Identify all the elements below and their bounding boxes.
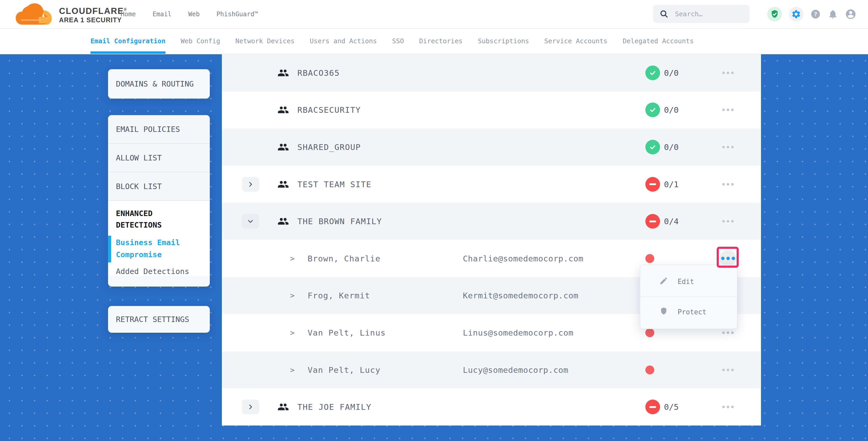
- click-target-annotation: [717, 247, 739, 268]
- row-menu-button[interactable]: [720, 139, 736, 155]
- member-email: Kermit@somedemocorp.com: [463, 291, 579, 300]
- group-name: THE JOE FAMILY: [298, 402, 371, 412]
- dot-glyph: [731, 146, 734, 148]
- group-icon: [277, 104, 289, 116]
- member-chevron-icon[interactable]: >: [290, 366, 294, 374]
- sidebar-item-added-detections[interactable]: Added Detections: [116, 267, 202, 276]
- group-name: TEST TEAM SITE: [298, 180, 371, 189]
- tab-sso[interactable]: SSO: [392, 28, 404, 54]
- dot-glyph: [731, 183, 734, 186]
- row-menu-button[interactable]: [720, 101, 736, 118]
- dot-glyph: [722, 183, 725, 186]
- primary-nav-link-web[interactable]: Web: [188, 10, 199, 18]
- brand-text: CLOUDFLARE® AREA 1 SECURITY: [59, 4, 127, 24]
- dot-glyph: [731, 71, 734, 74]
- tab-web-config[interactable]: Web Config: [181, 28, 220, 54]
- group-icon: [277, 216, 289, 227]
- table-row: TEST TEAM SITE0/1: [222, 166, 761, 203]
- tab-delegated-accounts[interactable]: Delegated Accounts: [623, 28, 693, 54]
- row-context-menu: EditProtect: [640, 264, 737, 329]
- row-menu-button[interactable]: [720, 361, 736, 378]
- sidebar-item-block-list[interactable]: BLOCK LIST: [108, 172, 210, 201]
- secondary-nav: Email ConfigurationWeb ConfigNetwork Dev…: [0, 28, 868, 54]
- tab-directories[interactable]: Directories: [419, 28, 463, 54]
- tab-email-configuration[interactable]: Email Configuration: [90, 28, 165, 54]
- primary-nav-link-email[interactable]: Email: [153, 10, 172, 18]
- collapse-button[interactable]: [242, 214, 259, 229]
- tab-network-devices[interactable]: Network Devices: [236, 28, 295, 54]
- table-row: >Van Pelt, LucyLucy@somedemocorp.com: [222, 351, 761, 388]
- sidebar-label: DOMAINS & ROUTING: [108, 80, 194, 88]
- member-chevron-icon[interactable]: >: [290, 254, 294, 263]
- primary-nav-link-phishguard-[interactable]: PhishGuard™: [216, 10, 258, 18]
- group-icon: [277, 179, 289, 190]
- group-name: SHARED_GROUP: [298, 143, 361, 152]
- group-name: THE BROWN FAMILY: [298, 217, 382, 226]
- expand-button[interactable]: [242, 400, 259, 414]
- status-badge: [645, 140, 660, 154]
- sidebar-item-business-email-compromise[interactable]: Business Email Compromise: [116, 237, 202, 261]
- tab-service-accounts[interactable]: Service Accounts: [545, 28, 608, 54]
- member-status-dot: [645, 254, 654, 263]
- sidebar-item-email-policies[interactable]: EMAIL POLICIES: [108, 115, 210, 144]
- shield-check-icon[interactable]: [767, 7, 782, 22]
- menu-item-protect[interactable]: Protect: [640, 297, 737, 327]
- menu-item-edit[interactable]: Edit: [640, 266, 737, 296]
- dot-glyph: [727, 146, 729, 148]
- dot-glyph: [727, 369, 729, 371]
- dot-glyph: [727, 220, 729, 223]
- member-name: Frog, Kermit: [308, 291, 370, 300]
- status-badge: [645, 102, 660, 117]
- member-name: Van Pelt, Lucy: [308, 365, 380, 375]
- protected-count: 0/4: [664, 217, 679, 226]
- gear-icon[interactable]: [789, 7, 804, 22]
- table-row: THE JOE FAMILY0/5: [222, 388, 761, 426]
- account-icon[interactable]: [845, 8, 857, 20]
- member-email: Lucy@somedemocorp.com: [463, 365, 568, 375]
- sidebar-item-enhanced-detections[interactable]: ENHANCED DETECTIONS: [116, 208, 202, 231]
- dot-glyph: [731, 220, 734, 223]
- row-menu-button[interactable]: [720, 399, 736, 415]
- search-box[interactable]: [653, 5, 749, 23]
- minus-glyph: [649, 220, 656, 222]
- tab-subscriptions[interactable]: Subscriptions: [478, 28, 529, 54]
- dot-glyph: [731, 108, 734, 111]
- row-menu-button[interactable]: [720, 64, 736, 81]
- pencil-icon: [650, 276, 668, 287]
- brand-name: CLOUDFLARE: [59, 6, 124, 16]
- sidebar-item-domains-routing[interactable]: DOMAINS & ROUTING: [108, 69, 210, 99]
- dot-glyph: [727, 332, 729, 334]
- primary-nav-link-home[interactable]: Home: [121, 10, 136, 18]
- protected-count: 0/0: [664, 105, 679, 115]
- protected-count: 0/5: [664, 402, 679, 412]
- menu-item-label: Protect: [678, 308, 707, 316]
- sidebar-item-retract-settings[interactable]: RETRACT SETTINGS: [108, 306, 210, 333]
- bell-icon[interactable]: [828, 9, 838, 20]
- expand-button[interactable]: [242, 177, 259, 192]
- row-menu-button[interactable]: [720, 176, 736, 193]
- active-item-indicator: [108, 236, 111, 262]
- status-badge: [645, 177, 660, 192]
- svg-text:?: ?: [814, 11, 817, 18]
- dot-glyph: [727, 108, 729, 111]
- member-chevron-icon[interactable]: >: [290, 291, 294, 300]
- member-status-dot: [645, 366, 654, 374]
- tab-users-and-actions[interactable]: Users and Actions: [310, 28, 377, 54]
- dot-glyph: [731, 406, 734, 408]
- group-icon: [277, 67, 289, 78]
- sidebar-policy-items: EMAIL POLICIESALLOW LISTBLOCK LIST: [108, 115, 210, 201]
- groups-table: RBACO3650/0RBACSECURITY0/0SHARED_GROUP0/…: [222, 54, 761, 426]
- sidebar-item-allow-list[interactable]: ALLOW LIST: [108, 144, 210, 172]
- help-icon[interactable]: ?: [810, 9, 821, 20]
- dot-glyph: [722, 220, 725, 223]
- protected-count: 0/0: [664, 143, 679, 152]
- row-menu-button[interactable]: [720, 213, 736, 230]
- protected-count: 0/0: [664, 68, 679, 77]
- table-row: RBACSECURITY0/0: [222, 92, 761, 129]
- status-badge: [645, 214, 660, 229]
- search-input[interactable]: [675, 10, 739, 18]
- member-email: Linus@somedemocorp.com: [463, 328, 574, 338]
- member-status-dot: [645, 328, 654, 337]
- top-header: CLOUDFLARE® AREA 1 SECURITY HomeEmailWeb…: [0, 0, 868, 29]
- member-chevron-icon[interactable]: >: [290, 328, 294, 337]
